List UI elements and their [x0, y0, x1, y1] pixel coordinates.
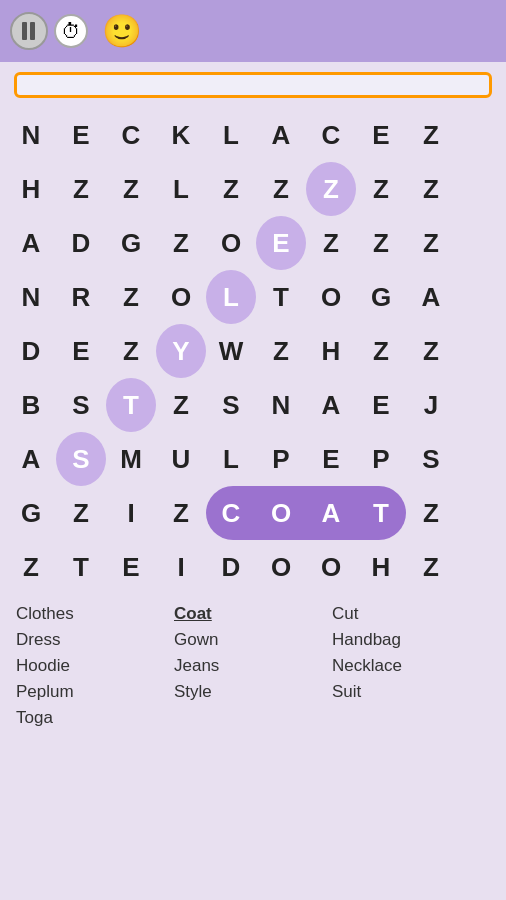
grid-cell[interactable]: Z	[56, 486, 106, 540]
grid-cell[interactable]: H	[6, 162, 56, 216]
grid-cell[interactable]: E	[256, 216, 306, 270]
grid-cell[interactable]: N	[256, 378, 306, 432]
grid-cell[interactable]: Z	[306, 216, 356, 270]
word-item: Coat	[174, 602, 332, 626]
grid-cell[interactable]: E	[56, 324, 106, 378]
grid-cell[interactable]: D	[56, 216, 106, 270]
grid-cell[interactable]: Z	[256, 162, 306, 216]
header-left: ⏱ 🙂	[10, 12, 142, 50]
grid-cell[interactable]: P	[256, 432, 306, 486]
grid-cell[interactable]: S	[56, 432, 106, 486]
grid-cell[interactable]: M	[106, 432, 156, 486]
grid-cell[interactable]: C	[106, 108, 156, 162]
grid-cell[interactable]: T	[106, 378, 156, 432]
grid-cell[interactable]: Z	[406, 324, 456, 378]
pause-button[interactable]	[10, 12, 48, 50]
grid-row: ASMULPEPS	[6, 432, 500, 486]
grid-cell[interactable]: A	[6, 216, 56, 270]
grid-cell[interactable]: Z	[206, 162, 256, 216]
grid-cell[interactable]: H	[306, 324, 356, 378]
grid-cell[interactable]: G	[6, 486, 56, 540]
grid-cell[interactable]: E	[356, 108, 406, 162]
grid-cell[interactable]: W	[206, 324, 256, 378]
grid-cell[interactable]: T	[256, 270, 306, 324]
grid-cell[interactable]: L	[206, 270, 256, 324]
word-item: Toga	[16, 706, 174, 730]
grid-cell[interactable]: A	[406, 270, 456, 324]
grid-cell[interactable]: Z	[406, 540, 456, 594]
grid-row: DEZYWZHZZ	[6, 324, 500, 378]
grid-cell[interactable]: Z	[356, 162, 406, 216]
grid-row: HZZLZZZZZ	[6, 162, 500, 216]
grid-cell[interactable]: S	[206, 378, 256, 432]
grid-cell[interactable]: O	[206, 216, 256, 270]
grid-cell[interactable]: Z	[406, 216, 456, 270]
grid-cell[interactable]: Z	[406, 486, 456, 540]
grid-cell[interactable]: U	[156, 432, 206, 486]
word-item: Clothes	[16, 602, 174, 626]
word-item: Suit	[332, 680, 490, 704]
grid-cell[interactable]: A	[6, 432, 56, 486]
grid-cell[interactable]: A	[306, 378, 356, 432]
grid-row: NRZOLTOGA	[6, 270, 500, 324]
grid-cell[interactable]: G	[356, 270, 406, 324]
pause-icon	[22, 22, 36, 40]
grid-cell[interactable]: O	[306, 270, 356, 324]
grid-row: ZTEIDOOHZ	[6, 540, 500, 594]
grid-cell[interactable]: Z	[106, 162, 156, 216]
grid-cell[interactable]: C	[306, 108, 356, 162]
grid-cell[interactable]: Z	[356, 216, 406, 270]
grid-cell[interactable]: G	[106, 216, 156, 270]
grid-cell[interactable]: Z	[156, 378, 206, 432]
grid-cell[interactable]: Z	[256, 324, 306, 378]
grid-cell[interactable]: Z	[6, 540, 56, 594]
search-word-box	[14, 72, 492, 98]
grid-cell[interactable]: C	[206, 486, 256, 540]
grid-cell[interactable]: O	[156, 270, 206, 324]
grid-cell[interactable]: Z	[356, 324, 406, 378]
grid-cell[interactable]: N	[6, 270, 56, 324]
grid-cell[interactable]: E	[306, 432, 356, 486]
grid-cell[interactable]: A	[306, 486, 356, 540]
grid-cell[interactable]: J	[406, 378, 456, 432]
grid-row: GZIZCOATZ	[6, 486, 500, 540]
grid-cell[interactable]: L	[206, 432, 256, 486]
grid-cell[interactable]: I	[106, 486, 156, 540]
grid-cell[interactable]: A	[256, 108, 306, 162]
grid-cell[interactable]: T	[56, 540, 106, 594]
grid-cell[interactable]: Y	[156, 324, 206, 378]
grid-cell[interactable]: Z	[106, 324, 156, 378]
word-item: Style	[174, 680, 332, 704]
grid-cell[interactable]: T	[356, 486, 406, 540]
grid-cell[interactable]: P	[356, 432, 406, 486]
word-item: Cut	[332, 602, 490, 626]
grid-cell[interactable]: B	[6, 378, 56, 432]
grid-cell[interactable]: D	[6, 324, 56, 378]
grid-cell[interactable]: R	[56, 270, 106, 324]
grid-cell[interactable]: L	[206, 108, 256, 162]
grid-cell[interactable]: Z	[156, 486, 206, 540]
grid-cell[interactable]: K	[156, 108, 206, 162]
grid-cell[interactable]: D	[206, 540, 256, 594]
grid-cell[interactable]: O	[306, 540, 356, 594]
grid-cell[interactable]: Z	[56, 162, 106, 216]
grid-cell[interactable]: N	[6, 108, 56, 162]
grid-cell[interactable]: O	[256, 486, 306, 540]
grid-cell[interactable]: Z	[406, 108, 456, 162]
grid-cell[interactable]: O	[256, 540, 306, 594]
word-item: Jeans	[174, 654, 332, 678]
grid-cell[interactable]: Z	[156, 216, 206, 270]
grid-cell[interactable]: S	[56, 378, 106, 432]
grid-cell[interactable]: E	[106, 540, 156, 594]
grid-cell[interactable]: Z	[406, 162, 456, 216]
grid-row: ADGZOEZZZ	[6, 216, 500, 270]
grid-cell[interactable]: Z	[106, 270, 156, 324]
grid-cell[interactable]: Z	[306, 162, 356, 216]
grid-cell[interactable]: H	[356, 540, 406, 594]
grid-cell[interactable]: E	[356, 378, 406, 432]
grid-cell[interactable]: S	[406, 432, 456, 486]
grid-cell[interactable]: I	[156, 540, 206, 594]
grid-cell[interactable]: L	[156, 162, 206, 216]
grid-cell[interactable]: E	[56, 108, 106, 162]
word-list: ClothesCoatCutDressGownHandbagHoodieJean…	[16, 602, 490, 730]
